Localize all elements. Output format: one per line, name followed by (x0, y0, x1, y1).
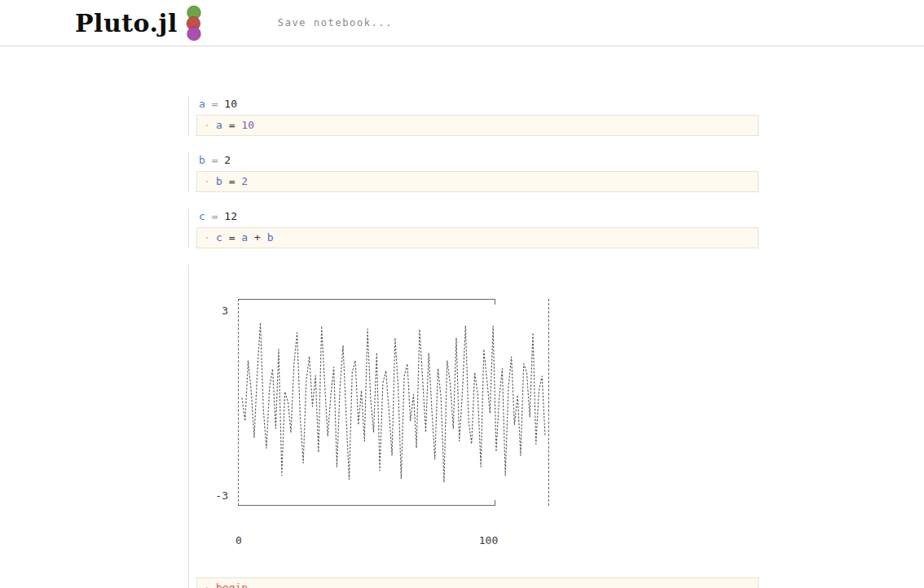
code-token: c (216, 231, 222, 244)
code-token: = (222, 231, 241, 244)
code-text: a = 10 (216, 119, 254, 132)
cell-output: c = 12 (196, 208, 759, 227)
code-token: + (248, 231, 266, 244)
cell-output: a = 10 (196, 96, 759, 115)
line-marker-dot: · (204, 175, 216, 188)
unicode-lineplot: 3 -3 (199, 299, 759, 506)
code-token: b (216, 175, 222, 187)
pluto-logo-icon (183, 5, 205, 41)
notebook-cell: b = 2 ·b = 2 (188, 152, 759, 192)
code-token: = (205, 210, 224, 222)
pluto-logo-text: Pluto.jl (75, 9, 178, 37)
code-text: c = a + b (216, 231, 273, 244)
code-token: a (241, 231, 248, 244)
line-marker-dot: · (204, 231, 216, 244)
cell-code-editor[interactable]: ·a = 10 (196, 115, 759, 136)
code-token: a (199, 98, 205, 110)
notebook-cell: 3 -3 0 100 ·begin· using UnicodePlots· l… (188, 265, 759, 588)
code-token: 12 (224, 210, 237, 222)
save-notebook-input[interactable] (276, 16, 537, 29)
code-token: 10 (224, 98, 237, 110)
cell-output: 3 -3 0 100 (196, 265, 759, 577)
cell-code-editor[interactable]: ·begin· using UnicodePlots· lineplot(vec… (196, 577, 759, 588)
plot-y-axis: 3 -3 (199, 299, 238, 506)
code-token: = (205, 154, 224, 166)
notebook-cell: a = 10 ·a = 10 (188, 96, 759, 136)
code-token: b (199, 154, 205, 166)
pluto-logo[interactable]: Pluto.jl (75, 5, 205, 41)
cell-code-editor[interactable]: ·b = 2 (196, 171, 759, 192)
cell-output: b = 2 (196, 152, 759, 171)
code-token: 2 (224, 154, 231, 166)
code-token: c (199, 210, 205, 222)
header: Pluto.jl (0, 0, 924, 46)
code-token: a (216, 119, 222, 131)
cell-code-editor[interactable]: ·c = a + b (196, 227, 759, 248)
code-token: 2 (241, 175, 248, 187)
code-line: ·c = a + b (204, 231, 751, 244)
code-line: ·b = 2 (204, 175, 751, 188)
code-text: b = 2 (216, 175, 248, 188)
code-token: 10 (241, 119, 254, 131)
notebook-cell: c = 12 ·c = a + b (188, 208, 759, 248)
code-line: ·a = 10 (204, 119, 751, 132)
plot-line-series (239, 299, 548, 506)
plot-area (238, 299, 549, 506)
x-tick-min: 0 (235, 534, 242, 547)
x-tick-max: 100 (479, 534, 498, 547)
code-token: = (222, 175, 241, 187)
plot-x-axis: 0 100 (238, 532, 549, 548)
code-token: = (205, 98, 224, 110)
line-marker-dot: · (204, 119, 216, 132)
line-marker-dot: · (204, 581, 216, 588)
code-token: = (222, 119, 241, 131)
notebook: a = 10 ·a = 10 b = 2 ·b = 2 c = 12 ·c = … (0, 46, 924, 588)
y-tick-max: 3 (222, 305, 228, 318)
code-token: b (267, 231, 274, 244)
y-tick-min: -3 (215, 489, 228, 502)
code-line: ·begin (204, 581, 751, 588)
